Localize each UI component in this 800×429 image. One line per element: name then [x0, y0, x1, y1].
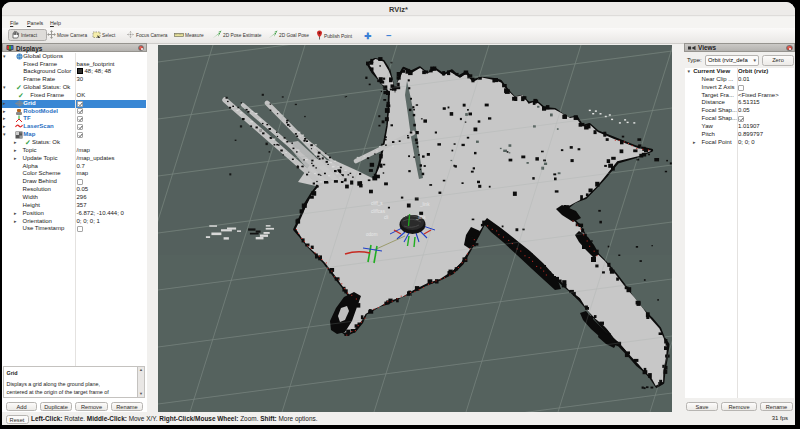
svg-text:_link: _link — [415, 215, 426, 220]
svg-text:cliffcas: cliffcas — [371, 209, 386, 214]
svg-text:cli: cli — [384, 215, 388, 220]
svg-text:odom: odom — [366, 232, 378, 237]
svg-text:_link: _link — [419, 202, 430, 207]
svg-text:cliff_s: cliff_s — [371, 201, 383, 206]
